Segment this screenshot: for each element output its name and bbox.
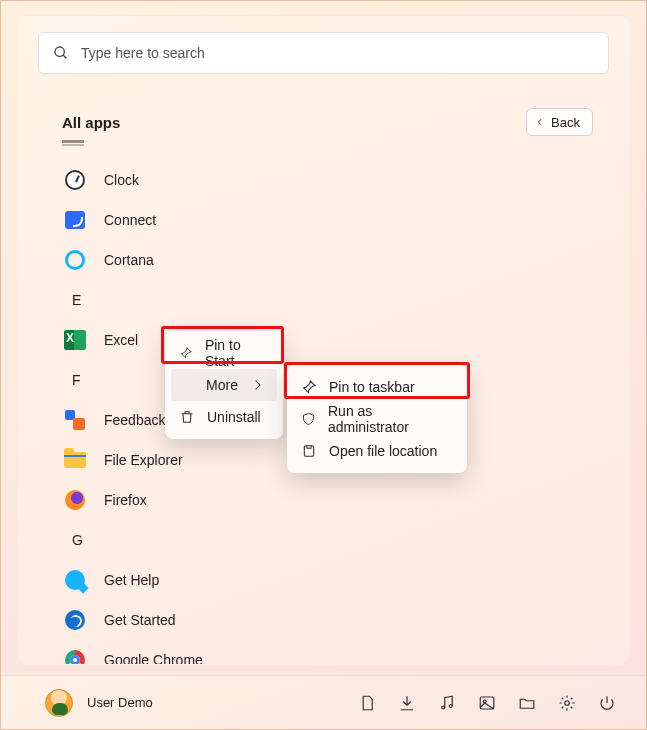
ctx-uninstall[interactable]: Uninstall: [171, 401, 277, 433]
user-name[interactable]: User Demo: [87, 695, 153, 710]
chevron-left-icon: [535, 117, 545, 127]
app-get-help[interactable]: Get Help: [64, 560, 629, 600]
settings-icon[interactable]: [558, 694, 576, 712]
folder-open-icon: [301, 443, 317, 459]
context-menu: Pin to Start More Uninstall: [165, 331, 283, 439]
back-label: Back: [551, 115, 580, 130]
power-icon[interactable]: [598, 694, 616, 712]
back-button[interactable]: Back: [526, 108, 593, 136]
app-label: Cortana: [104, 252, 154, 268]
app-excel[interactable]: Excel: [64, 320, 629, 360]
app-clock[interactable]: Clock: [64, 160, 629, 200]
context-submenu-more: Pin to taskbar Run as administrator Open…: [287, 365, 467, 473]
footer-tray: [358, 694, 616, 712]
ctx-label: Pin to Start: [205, 337, 265, 369]
downloads-icon[interactable]: [398, 694, 416, 712]
app-label: Get Started: [104, 612, 176, 628]
svg-line-1: [63, 55, 66, 58]
file-explorer-icon: [64, 449, 86, 471]
ctx-pin-to-start[interactable]: Pin to Start: [171, 337, 277, 369]
ctx-label: Run as administrator: [328, 403, 449, 435]
shield-icon: [301, 411, 316, 427]
app-label: Clock: [104, 172, 139, 188]
chrome-icon: [64, 649, 86, 665]
documents-icon[interactable]: [358, 694, 376, 712]
section-label: E: [72, 292, 81, 308]
app-label: Connect: [104, 212, 156, 228]
excel-icon: [64, 329, 86, 351]
files-icon[interactable]: [518, 694, 536, 712]
app-google-chrome[interactable]: Google Chrome: [64, 640, 629, 665]
get-started-icon: [64, 609, 86, 631]
feedback-icon: [64, 409, 86, 431]
chevron-right-icon: [250, 377, 265, 393]
svg-point-3: [442, 706, 445, 709]
user-avatar-icon[interactable]: [45, 689, 73, 717]
search-placeholder: Type here to search: [81, 45, 205, 61]
trash-icon: [179, 409, 195, 425]
scroll-indicator: [62, 140, 84, 146]
section-g[interactable]: G: [64, 520, 629, 560]
app-label: File Explorer: [104, 452, 183, 468]
pin-icon: [179, 345, 193, 361]
start-menu-panel: Type here to search All apps Back Clock …: [17, 15, 630, 665]
app-label: Get Help: [104, 572, 159, 588]
all-apps-heading: All apps: [62, 114, 120, 131]
app-get-started[interactable]: Get Started: [64, 600, 629, 640]
ctx-pin-to-taskbar[interactable]: Pin to taskbar: [293, 371, 461, 403]
search-box[interactable]: Type here to search: [38, 32, 609, 74]
music-icon[interactable]: [438, 694, 456, 712]
pictures-icon[interactable]: [478, 694, 496, 712]
app-label: Firefox: [104, 492, 147, 508]
app-connect[interactable]: Connect: [64, 200, 629, 240]
app-label: Feedback: [104, 412, 165, 428]
start-footer: User Demo: [1, 675, 646, 729]
clock-icon: [64, 169, 86, 191]
search-icon: [53, 45, 69, 61]
ctx-label: Uninstall: [207, 409, 261, 425]
firefox-icon: [64, 489, 86, 511]
app-label: Google Chrome: [104, 652, 203, 665]
svg-point-0: [55, 47, 64, 56]
ctx-label: Pin to taskbar: [329, 379, 415, 395]
app-firefox[interactable]: Firefox: [64, 480, 629, 520]
section-e[interactable]: E: [64, 280, 629, 320]
ctx-label: More: [206, 377, 238, 393]
ctx-run-as-admin[interactable]: Run as administrator: [293, 403, 461, 435]
ctx-label: Open file location: [329, 443, 437, 459]
svg-rect-2: [304, 446, 313, 457]
pin-icon: [301, 379, 317, 395]
app-label: Excel: [104, 332, 138, 348]
section-label: G: [72, 532, 83, 548]
ctx-open-file-location[interactable]: Open file location: [293, 435, 461, 467]
cortana-icon: [64, 249, 86, 271]
svg-point-4: [449, 704, 452, 707]
svg-point-7: [565, 700, 570, 705]
app-cortana[interactable]: Cortana: [64, 240, 629, 280]
section-label: F: [72, 372, 81, 388]
ctx-more[interactable]: More: [171, 369, 277, 401]
get-help-icon: [64, 569, 86, 591]
connect-icon: [64, 209, 86, 231]
